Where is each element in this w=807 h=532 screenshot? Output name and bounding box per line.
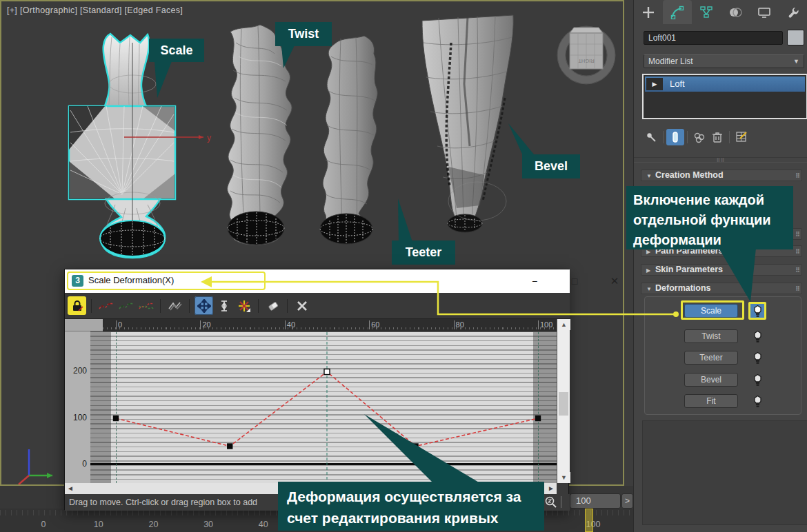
loft-object-teeter[interactable] (320, 36, 377, 244)
twist-enable-lightbulb-icon[interactable] (748, 327, 766, 345)
note-curve-editing: Деформация осуществляется за счет редакт… (278, 482, 544, 531)
rollout-closed-icon: ▶ (646, 265, 650, 276)
scroll-left-icon[interactable]: ◄ (65, 483, 76, 494)
time-slider-marker[interactable] (585, 509, 593, 532)
toolbar-separator (189, 299, 190, 313)
3dsmax-window: [+] [Orthographic] [Standard] [Edged Fac… (0, 0, 807, 532)
control-point[interactable] (114, 416, 119, 421)
modifier-list-dropdown[interactable]: Modifier List ▼ (644, 54, 804, 68)
timeline-frame-number: 0 (41, 520, 46, 529)
create-tab-icon[interactable] (634, 0, 663, 24)
display-x-axis-icon[interactable] (97, 296, 115, 315)
hierarchy-tab-icon[interactable] (692, 0, 721, 24)
control-point-selected[interactable] (324, 369, 330, 375)
scroll-down-icon[interactable]: ▼ (557, 472, 570, 483)
timeline-frame-number: 40 (259, 520, 268, 529)
fit-enable-lightbulb-icon[interactable] (748, 392, 766, 410)
command-panel: Loft001 Modifier List ▼ ▶ Loft (633, 0, 807, 532)
stack-item-loft[interactable]: ▶ Loft (645, 76, 805, 92)
maximize-button[interactable]: □ (563, 272, 586, 291)
value-tick-label: 100 (73, 413, 87, 422)
remove-modifier-icon[interactable] (708, 129, 726, 145)
swap-deform-curves-icon[interactable] (166, 296, 184, 315)
deformation-curve-plot[interactable] (90, 331, 557, 483)
timeline-frame-number: 20 (148, 520, 158, 529)
show-end-result-icon[interactable] (666, 129, 684, 145)
control-point[interactable] (413, 444, 418, 449)
viewcube-face-label: RIGHT (578, 58, 595, 64)
callout-bevel: Bevel (522, 154, 580, 178)
make-symmetrical-icon[interactable] (68, 296, 86, 315)
make-unique-icon[interactable] (690, 129, 708, 145)
rollout-grip-icon: ⠿ (795, 229, 799, 240)
viewport-label[interactable]: [+] [Orthographic] [Standard] [Edged Fac… (7, 6, 183, 15)
ruler-dots (103, 327, 557, 329)
expand-arrow-icon[interactable]: ▶ (646, 78, 663, 90)
panel-empty-area (642, 420, 807, 525)
configure-modifier-sets-icon[interactable] (733, 129, 750, 145)
insert-corner-point-icon[interactable] (235, 296, 253, 315)
ruler-tick-label: 20 (200, 320, 210, 329)
callout-scale: Scale (149, 39, 204, 62)
scroll-up-icon[interactable]: ▲ (557, 319, 570, 330)
loft-object-scale[interactable]: y (69, 34, 211, 258)
loft-object-bevel[interactable] (422, 15, 513, 232)
control-point[interactable] (536, 416, 541, 421)
delete-control-point-icon[interactable] (263, 296, 282, 315)
object-color-swatch[interactable] (787, 30, 804, 45)
rollout-deformations[interactable]: ▼ Deformations ⠿ (641, 283, 802, 294)
loft-object-twist[interactable] (228, 25, 292, 245)
utilities-tab-icon[interactable] (779, 0, 807, 24)
motion-tab-icon[interactable] (721, 0, 750, 24)
value-tick-label: 0 (82, 459, 87, 469)
teeter-deformation-button[interactable]: Teeter (684, 351, 738, 365)
callout-teeter: Teeter (392, 241, 455, 265)
vertical-scrollbar[interactable]: ▲ ▼ (557, 319, 570, 483)
bevel-enable-lightbulb-icon[interactable] (748, 371, 766, 389)
scale-deformation-dialog: 3 Scale Deformation(X) − □ ✕ (64, 269, 569, 510)
reset-curve-icon[interactable] (292, 296, 311, 315)
rollout-open-icon: ▼ (646, 284, 652, 294)
object-name-field[interactable]: Loft001 (644, 31, 783, 45)
move-control-point-icon[interactable] (195, 296, 213, 315)
scale-deformation-button[interactable]: Scale (684, 304, 738, 318)
modify-tab-icon[interactable] (663, 0, 692, 24)
next-frame-button[interactable]: > (621, 493, 633, 509)
control-point[interactable] (228, 444, 232, 449)
toolbar-separator (91, 299, 92, 313)
ruler-tick-label: 80 (454, 320, 464, 329)
twist-deformation-button[interactable]: Twist (684, 329, 738, 343)
value-gutter: 2001000 (65, 331, 90, 483)
dialog-toolbar (65, 293, 570, 319)
scale-control-point-icon[interactable] (215, 296, 233, 315)
vertical-scroll-thumb[interactable] (559, 392, 568, 416)
teeter-enable-lightbulb-icon[interactable] (748, 349, 766, 367)
display-tab-icon[interactable] (750, 0, 779, 24)
dialog-titlebar[interactable]: 3 Scale Deformation(X) − □ ✕ (65, 269, 570, 293)
bevel-deformation-button[interactable]: Bevel (684, 373, 738, 387)
rollout-creation-method[interactable]: ▼ Creation Method ⠿ (641, 170, 802, 181)
current-frame-field[interactable]: 100 (570, 493, 621, 509)
deformation-row-twist: Twist (645, 327, 802, 345)
svg-text:y: y (207, 133, 211, 143)
fit-deformation-button[interactable]: Fit (684, 394, 738, 408)
stack-toolbar (642, 128, 807, 146)
toolbar-separator (663, 131, 664, 143)
timeline-frame-number: 10 (94, 520, 103, 529)
display-xy-axes-icon[interactable] (137, 296, 155, 315)
toolbar-separator (160, 299, 161, 313)
rollout-grip-icon: ⠿ (795, 284, 799, 294)
deformation-row-scale: Scale (645, 302, 802, 320)
scroll-right-icon[interactable]: ► (546, 483, 557, 494)
panel-divider-grip[interactable]: ⠿⠿ (634, 157, 807, 163)
pin-stack-icon[interactable] (642, 129, 660, 145)
toolbar-separator (729, 131, 730, 143)
callout-twist: Twist (275, 22, 332, 46)
rollout-skin-parameters[interactable]: ▶ Skin Parameters ⠿ (641, 264, 802, 276)
zoom-extents-icon[interactable] (544, 495, 559, 510)
close-button[interactable]: ✕ (603, 272, 626, 291)
scale-enable-lightbulb-icon[interactable] (748, 302, 766, 320)
viewcube[interactable]: RIGHT (557, 26, 615, 84)
display-y-axis-icon[interactable] (117, 296, 135, 315)
minimize-button[interactable]: − (523, 272, 546, 291)
